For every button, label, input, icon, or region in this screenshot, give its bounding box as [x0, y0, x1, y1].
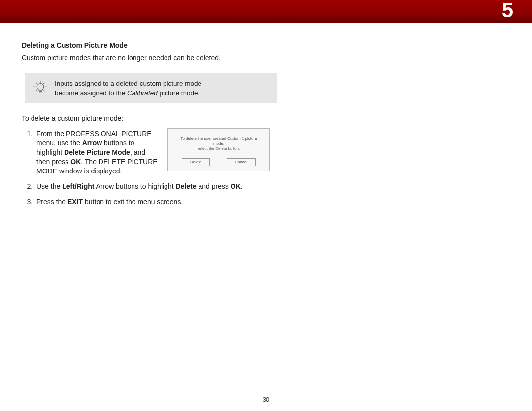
step1-b2: Delete Picture Mode	[64, 148, 130, 156]
step2-t3: and press	[197, 182, 231, 190]
section-heading: Deleting a Custom Picture Mode	[22, 41, 280, 49]
tip-line2a: become assigned to the	[55, 89, 127, 97]
tip-italic: Calibrated	[127, 89, 158, 97]
step3-t1: Press the	[36, 198, 67, 206]
step3-t2: button to exit the menu screens.	[83, 198, 183, 206]
tip-line1: Inputs assigned to a deleted custom pict…	[55, 80, 201, 87]
content-area: Deleting a Custom Picture Mode Custom pi…	[0, 23, 532, 206]
lightbulb-icon	[32, 79, 49, 98]
chapter-number: 5	[502, 0, 513, 22]
step2-t1: Use the	[36, 182, 62, 190]
header-band: 5	[0, 0, 532, 23]
step2-t4: .	[241, 182, 243, 190]
step1-b1: Arrow	[82, 139, 102, 147]
dialog-delete-button[interactable]: Delete	[182, 158, 210, 166]
step2-b2: Delete	[175, 182, 196, 190]
step2-b3: OK	[231, 182, 241, 190]
dialog-msg-l1: To delete the user created Custom 1 pict…	[180, 137, 257, 146]
step2-b1: Left/Right	[62, 182, 94, 190]
section-intro: Custom picture modes that are no longer …	[22, 53, 280, 62]
step-3: Press the EXIT button to exit the menu s…	[34, 197, 280, 206]
delete-dialog: To delete the user created Custom 1 pict…	[167, 128, 270, 171]
step3-b1: EXIT	[67, 198, 83, 206]
dialog-msg-l2: select the Delete button.	[198, 146, 240, 151]
step-1: From the PROFESSIONAL PICTURE menu, use …	[34, 129, 280, 175]
steps-lead: To delete a custom picture mode:	[22, 114, 280, 122]
tip-line2c: picture mode.	[158, 89, 200, 97]
tip-box: Inputs assigned to a deleted custom pict…	[25, 73, 277, 103]
step1-b3: OK	[70, 158, 81, 166]
step-2: Use the Left/Right Arrow buttons to high…	[34, 182, 280, 191]
tip-text: Inputs assigned to a deleted custom pict…	[55, 79, 201, 97]
dialog-cancel-button[interactable]: Cancel	[227, 158, 256, 166]
page-number: 30	[0, 396, 532, 403]
steps-list: From the PROFESSIONAL PICTURE menu, use …	[22, 129, 280, 206]
svg-point-0	[37, 84, 44, 91]
step2-t2: Arrow buttons to highlight	[94, 182, 175, 190]
